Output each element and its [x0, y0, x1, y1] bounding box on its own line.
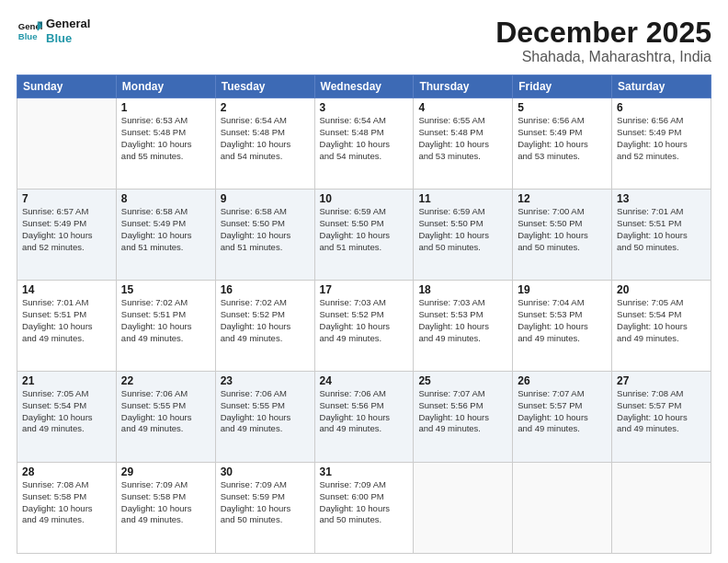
calendar-cell: 13Sunrise: 7:01 AM Sunset: 5:51 PM Dayli… — [612, 190, 711, 281]
day-info: Sunrise: 7:01 AM Sunset: 5:51 PM Dayligh… — [617, 206, 706, 253]
day-number: 9 — [221, 192, 310, 205]
calendar-cell: 21Sunrise: 7:05 AM Sunset: 5:54 PM Dayli… — [17, 372, 117, 463]
calendar-cell: 30Sunrise: 7:09 AM Sunset: 5:59 PM Dayli… — [215, 463, 314, 554]
day-number: 10 — [320, 192, 409, 205]
logo-blue: Blue — [46, 31, 90, 46]
calendar-cell: 31Sunrise: 7:09 AM Sunset: 6:00 PM Dayli… — [314, 463, 414, 554]
day-number: 17 — [320, 283, 409, 296]
day-number: 11 — [418, 192, 507, 205]
day-info: Sunrise: 7:06 AM Sunset: 5:55 PM Dayligh… — [121, 388, 210, 435]
day-info: Sunrise: 7:03 AM Sunset: 5:53 PM Dayligh… — [418, 297, 507, 344]
calendar-cell — [612, 463, 711, 554]
day-number: 19 — [518, 283, 607, 296]
day-number: 16 — [221, 283, 310, 296]
day-number: 13 — [617, 192, 706, 205]
header-row: Sunday Monday Tuesday Wednesday Thursday… — [17, 75, 711, 98]
calendar-cell — [513, 463, 612, 554]
day-number: 30 — [221, 465, 310, 478]
calendar-cell: 24Sunrise: 7:06 AM Sunset: 5:56 PM Dayli… — [314, 372, 414, 463]
calendar-cell: 7Sunrise: 6:57 AM Sunset: 5:49 PM Daylig… — [17, 190, 117, 281]
day-number: 6 — [617, 101, 706, 114]
day-info: Sunrise: 7:02 AM Sunset: 5:52 PM Dayligh… — [221, 297, 310, 344]
calendar-cell: 2Sunrise: 6:54 AM Sunset: 5:48 PM Daylig… — [215, 98, 314, 190]
calendar-cell: 6Sunrise: 6:56 AM Sunset: 5:49 PM Daylig… — [612, 98, 711, 190]
calendar-cell: 16Sunrise: 7:02 AM Sunset: 5:52 PM Dayli… — [215, 281, 314, 372]
calendar-week-3: 14Sunrise: 7:01 AM Sunset: 5:51 PM Dayli… — [17, 281, 711, 372]
day-number: 15 — [121, 283, 210, 296]
day-info: Sunrise: 6:54 AM Sunset: 5:48 PM Dayligh… — [221, 115, 310, 162]
day-info: Sunrise: 6:56 AM Sunset: 5:49 PM Dayligh… — [518, 115, 607, 162]
day-info: Sunrise: 7:02 AM Sunset: 5:51 PM Dayligh… — [121, 297, 210, 344]
calendar-title: December 2025 — [495, 17, 711, 49]
calendar-week-5: 28Sunrise: 7:08 AM Sunset: 5:58 PM Dayli… — [17, 463, 711, 554]
day-info: Sunrise: 6:54 AM Sunset: 5:48 PM Dayligh… — [320, 115, 409, 162]
calendar-cell: 11Sunrise: 6:59 AM Sunset: 5:50 PM Dayli… — [414, 190, 513, 281]
day-info: Sunrise: 7:08 AM Sunset: 5:57 PM Dayligh… — [617, 388, 706, 435]
day-number: 14 — [22, 283, 111, 296]
day-info: Sunrise: 6:53 AM Sunset: 5:48 PM Dayligh… — [121, 115, 210, 162]
calendar-cell: 14Sunrise: 7:01 AM Sunset: 5:51 PM Dayli… — [17, 281, 117, 372]
calendar-page: General Blue General Blue December 2025 … — [0, 0, 728, 563]
logo-icon: General Blue — [17, 18, 42, 44]
logo: General Blue General Blue — [17, 17, 90, 45]
day-number: 8 — [121, 192, 210, 205]
calendar-cell — [414, 463, 513, 554]
calendar-cell: 3Sunrise: 6:54 AM Sunset: 5:48 PM Daylig… — [314, 98, 414, 190]
day-info: Sunrise: 6:59 AM Sunset: 5:50 PM Dayligh… — [320, 206, 409, 253]
day-number: 12 — [518, 192, 607, 205]
day-info: Sunrise: 7:01 AM Sunset: 5:51 PM Dayligh… — [22, 297, 111, 344]
col-sunday: Sunday — [17, 75, 117, 98]
day-number: 29 — [121, 465, 210, 478]
logo-general: General — [46, 17, 90, 31]
day-info: Sunrise: 7:06 AM Sunset: 5:55 PM Dayligh… — [221, 388, 310, 435]
day-info: Sunrise: 6:57 AM Sunset: 5:49 PM Dayligh… — [22, 206, 111, 253]
calendar-cell: 18Sunrise: 7:03 AM Sunset: 5:53 PM Dayli… — [414, 281, 513, 372]
day-info: Sunrise: 6:56 AM Sunset: 5:49 PM Dayligh… — [617, 115, 706, 162]
day-number: 20 — [617, 283, 706, 296]
svg-text:Blue: Blue — [18, 30, 38, 40]
day-info: Sunrise: 7:05 AM Sunset: 5:54 PM Dayligh… — [22, 388, 111, 435]
day-info: Sunrise: 6:55 AM Sunset: 5:48 PM Dayligh… — [418, 115, 507, 162]
calendar-cell: 19Sunrise: 7:04 AM Sunset: 5:53 PM Dayli… — [513, 281, 612, 372]
calendar-week-1: 1Sunrise: 6:53 AM Sunset: 5:48 PM Daylig… — [17, 98, 711, 190]
calendar-cell — [17, 98, 117, 190]
calendar-cell: 25Sunrise: 7:07 AM Sunset: 5:56 PM Dayli… — [414, 372, 513, 463]
day-info: Sunrise: 7:07 AM Sunset: 5:57 PM Dayligh… — [518, 388, 607, 435]
calendar-week-2: 7Sunrise: 6:57 AM Sunset: 5:49 PM Daylig… — [17, 190, 711, 281]
calendar-cell: 8Sunrise: 6:58 AM Sunset: 5:49 PM Daylig… — [116, 190, 215, 281]
day-number: 23 — [221, 374, 310, 387]
day-info: Sunrise: 7:03 AM Sunset: 5:52 PM Dayligh… — [320, 297, 409, 344]
day-number: 18 — [418, 283, 507, 296]
calendar-cell: 28Sunrise: 7:08 AM Sunset: 5:58 PM Dayli… — [17, 463, 117, 554]
day-number: 4 — [418, 101, 507, 114]
day-number: 5 — [518, 101, 607, 114]
day-number: 31 — [320, 465, 409, 478]
day-info: Sunrise: 6:58 AM Sunset: 5:50 PM Dayligh… — [221, 206, 310, 253]
header: General Blue General Blue December 2025 … — [17, 17, 711, 65]
calendar-cell: 26Sunrise: 7:07 AM Sunset: 5:57 PM Dayli… — [513, 372, 612, 463]
col-saturday: Saturday — [612, 75, 711, 98]
calendar-cell: 22Sunrise: 7:06 AM Sunset: 5:55 PM Dayli… — [116, 372, 215, 463]
calendar-cell: 12Sunrise: 7:00 AM Sunset: 5:50 PM Dayli… — [513, 190, 612, 281]
calendar-table: Sunday Monday Tuesday Wednesday Thursday… — [17, 75, 711, 554]
calendar-week-4: 21Sunrise: 7:05 AM Sunset: 5:54 PM Dayli… — [17, 372, 711, 463]
calendar-cell: 15Sunrise: 7:02 AM Sunset: 5:51 PM Dayli… — [116, 281, 215, 372]
day-info: Sunrise: 7:04 AM Sunset: 5:53 PM Dayligh… — [518, 297, 607, 344]
calendar-cell: 20Sunrise: 7:05 AM Sunset: 5:54 PM Dayli… — [612, 281, 711, 372]
day-info: Sunrise: 7:00 AM Sunset: 5:50 PM Dayligh… — [518, 206, 607, 253]
calendar-cell: 4Sunrise: 6:55 AM Sunset: 5:48 PM Daylig… — [414, 98, 513, 190]
day-info: Sunrise: 7:07 AM Sunset: 5:56 PM Dayligh… — [418, 388, 507, 435]
day-number: 28 — [22, 465, 111, 478]
col-thursday: Thursday — [414, 75, 513, 98]
calendar-cell: 29Sunrise: 7:09 AM Sunset: 5:58 PM Dayli… — [116, 463, 215, 554]
day-info: Sunrise: 7:09 AM Sunset: 6:00 PM Dayligh… — [320, 479, 409, 526]
calendar-cell: 1Sunrise: 6:53 AM Sunset: 5:48 PM Daylig… — [116, 98, 215, 190]
day-number: 7 — [22, 192, 111, 205]
col-wednesday: Wednesday — [314, 75, 414, 98]
calendar-cell: 27Sunrise: 7:08 AM Sunset: 5:57 PM Dayli… — [612, 372, 711, 463]
calendar-cell: 5Sunrise: 6:56 AM Sunset: 5:49 PM Daylig… — [513, 98, 612, 190]
day-info: Sunrise: 7:09 AM Sunset: 5:59 PM Dayligh… — [221, 479, 310, 526]
day-number: 3 — [320, 101, 409, 114]
calendar-cell: 17Sunrise: 7:03 AM Sunset: 5:52 PM Dayli… — [314, 281, 414, 372]
col-monday: Monday — [116, 75, 215, 98]
